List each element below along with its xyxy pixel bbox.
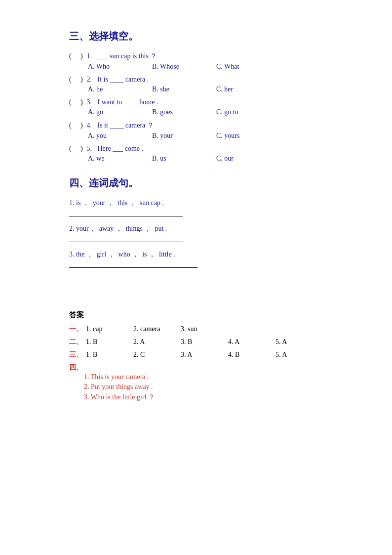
ans-row4-item3: 3. Who is the little girl ？ (84, 393, 333, 402)
section3-title: 三、选择填空。 (69, 30, 333, 43)
q3-5-options: A. we B. us C. our (69, 155, 333, 163)
paren-close-1: ) (77, 52, 85, 60)
q3-2-num: 2. (85, 76, 96, 84)
q3-3-optA: A. go (88, 108, 127, 116)
answers-title: 答案 (69, 310, 333, 320)
q3-4: ( ) 4. Is it ____ camera ？ A. you B. you… (69, 121, 333, 140)
paren-close-5: ) (77, 145, 85, 153)
q3-3: ( ) 3. I want to ____ home . A. go B. go… (69, 98, 333, 116)
q3-2-optB: B. she (152, 85, 192, 93)
answers-row4-label: 四、 (69, 363, 333, 372)
ans-row3-label: 三、 (69, 350, 83, 359)
q3-4-optA: A. you (88, 132, 127, 140)
arrange-1-line (69, 210, 183, 216)
ans-row2-item4: 4. A (228, 338, 273, 346)
q3-3-options: A. go B. goes C. go to (69, 108, 333, 116)
ans-row1-item3: 3. sun (181, 325, 225, 333)
ans-four-3-text: 3. Who is the little girl ？ (84, 393, 155, 402)
arrange-2-line (69, 235, 183, 242)
ans-row3-item3: 3. A (181, 351, 225, 359)
q3-5-optA: A. we (88, 155, 127, 163)
section4-title: 四、连词成句。 (69, 176, 333, 190)
ans-row2-label: 二、 (69, 338, 83, 346)
answers-row1: 一、 1. cap 2. camera 3. sun (69, 325, 333, 334)
ans-row2-item1: 1. B (86, 338, 130, 346)
q3-4-options: A. you B. your C. yours (69, 132, 333, 140)
answers-row4-items: 1. This is your camera . 2. Put your thi… (69, 373, 333, 402)
arrange-2-num: 2. your， away ， things ， put . (69, 225, 167, 232)
q3-1-text: ___ sun cap is this ？ (96, 52, 333, 61)
paren-open-4: ( (69, 122, 77, 129)
paren-open-5: ( (69, 145, 77, 153)
q3-4-row: ( ) 4. Is it ____ camera ？ (69, 121, 333, 130)
q3-5-optB: B. us (152, 155, 192, 163)
ans-four-2-text: 2. Put your things away . (84, 383, 153, 391)
answers-row3: 三、 1. B 2. C 3. A 4. B 5. A (69, 350, 333, 359)
q3-1-optA: A. Who (88, 63, 127, 71)
q3-2-optC: C. her (216, 85, 256, 93)
ans-row2-item3: 3. B (181, 338, 225, 346)
answers-row2: 二、 1. B 2. A 3. B 4. A 5. A (69, 338, 333, 346)
q3-4-text: Is it ____ camera ？ (96, 121, 333, 130)
ans-row3-item1: 1. B (86, 351, 130, 359)
q3-2: ( ) 2. It is ____ camera . A. he B. she … (69, 76, 333, 93)
q3-4-optC: C. yours (216, 132, 256, 140)
q3-2-options: A. he B. she C. her (69, 85, 333, 93)
q3-1-optB: B. Whose (152, 63, 192, 71)
ans-row2-item2: 2. A (133, 338, 178, 346)
q3-2-optA: A. he (88, 85, 127, 93)
q3-2-row: ( ) 2. It is ____ camera . (69, 76, 333, 84)
q3-5-optC: C. our (216, 155, 256, 163)
ans-row3-item5: 5. A (275, 351, 320, 359)
q3-4-num: 4. (85, 122, 96, 129)
q3-3-optC: C. go to (216, 108, 256, 116)
ans-row4-label: 四、 (69, 363, 83, 372)
ans-row1-item1: 1. cap (86, 325, 130, 333)
q3-3-text: I want to ____ home . (96, 98, 333, 106)
ans-row1-item2: 2. camera (133, 325, 178, 333)
q3-5: ( ) 5. Here ___ come . A. we B. us C. ou… (69, 145, 333, 163)
q3-2-text: It is ____ camera . (96, 76, 333, 84)
paren-open-2: ( (69, 76, 77, 84)
ans-row3-item4: 4. B (228, 351, 273, 359)
ans-row3-item2: 2. C (133, 351, 178, 359)
q3-3-row: ( ) 3. I want to ____ home . (69, 98, 333, 106)
arrange-3-num: 3. the ， girl ， who ， is ， little . (69, 251, 175, 258)
paren-open-3: ( (69, 98, 77, 106)
arrange-1: 1. is ， your ， this ， sun cap . (69, 199, 333, 208)
ans-four-1-text: 1. This is your camera . (84, 373, 149, 381)
q3-5-text: Here ___ come . (96, 145, 333, 153)
arrange-3: 3. the ， girl ， who ， is ， little . (69, 250, 333, 259)
q3-3-num: 3. (85, 98, 96, 106)
q3-5-row: ( ) 5. Here ___ come . (69, 145, 333, 153)
ans-row4-item2: 2. Put your things away . (84, 383, 333, 391)
q3-1-options: A. Who B. Whose C. What (69, 63, 333, 71)
paren-close-4: ) (77, 122, 85, 129)
ans-row1-label: 一、 (69, 325, 83, 334)
ans-row4-item1: 1. This is your camera . (84, 373, 333, 381)
q3-5-num: 5. (85, 145, 96, 153)
arrange-1-num: 1. is ， your ， this ， sun cap . (69, 199, 164, 207)
arrange-3-line (69, 261, 197, 268)
section4: 四、连词成句。 1. is ， your ， this ， sun cap . … (69, 176, 333, 268)
q3-1-optC: C. What (216, 63, 256, 71)
section3: 三、选择填空。 ( ) 1. ___ sun cap is this ？ A. … (69, 30, 333, 163)
q3-1-row: ( ) 1. ___ sun cap is this ？ (69, 52, 333, 61)
ans-row2-item5: 5. A (275, 338, 320, 346)
q3-1: ( ) 1. ___ sun cap is this ？ A. Who B. W… (69, 52, 333, 71)
q3-1-num: 1. (85, 52, 96, 60)
spacer (69, 276, 333, 305)
q3-3-optB: B. goes (152, 108, 192, 116)
paren-close-3: ) (77, 98, 85, 106)
arrange-2: 2. your， away ， things ， put . (69, 224, 333, 233)
paren-close-2: ) (77, 76, 85, 84)
answers-section: 答案 一、 1. cap 2. camera 3. sun 二、 1. B 2.… (69, 310, 333, 402)
q3-4-optB: B. your (152, 132, 192, 140)
paren-open-1: ( (69, 52, 77, 60)
